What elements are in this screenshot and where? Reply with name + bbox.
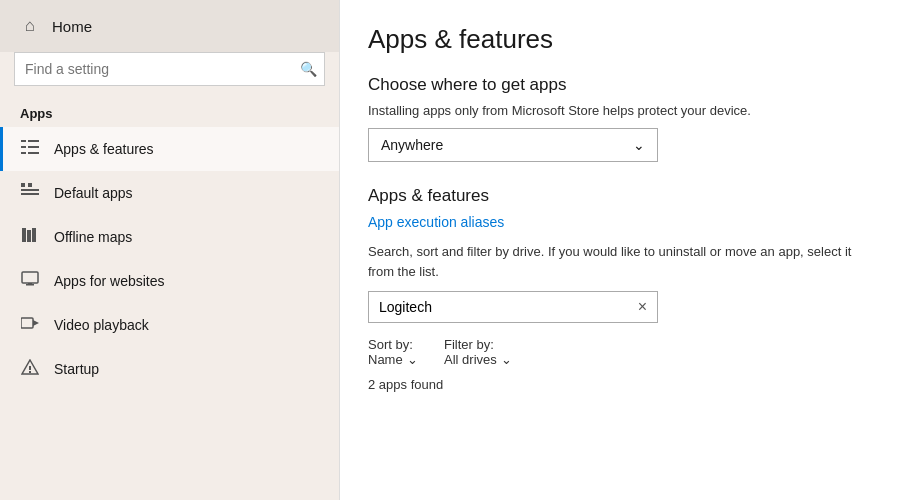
dropdown-value: Anywhere	[381, 137, 443, 153]
sidebar-search-container: 🔍	[14, 52, 325, 86]
svg-rect-7	[28, 183, 32, 187]
default-apps-label: Default apps	[54, 185, 133, 201]
offline-maps-label: Offline maps	[54, 229, 132, 245]
svg-rect-2	[21, 146, 26, 148]
sidebar: ⌂ Home 🔍 Apps Apps & features	[0, 0, 340, 500]
svg-rect-1	[28, 140, 39, 142]
svg-rect-5	[28, 152, 39, 154]
svg-rect-13	[22, 272, 38, 283]
app-search-box: ×	[368, 291, 658, 323]
app-search-input[interactable]	[369, 292, 628, 322]
sidebar-home[interactable]: ⌂ Home	[0, 0, 339, 52]
sidebar-item-apps-features[interactable]: Apps & features	[0, 127, 339, 171]
apps-websites-label: Apps for websites	[54, 273, 165, 289]
default-apps-icon	[20, 183, 40, 203]
filter-drives-dropdown[interactable]: All drives ⌄	[444, 352, 512, 367]
svg-rect-11	[27, 230, 31, 242]
sidebar-item-startup[interactable]: Startup	[0, 347, 339, 391]
main-content: Apps & features Choose where to get apps…	[340, 0, 900, 500]
sidebar-item-apps-websites[interactable]: Apps for websites	[0, 259, 339, 303]
video-playback-icon	[20, 315, 40, 335]
page-title: Apps & features	[368, 24, 872, 55]
apps-features-label: Apps & features	[54, 141, 154, 157]
sort-name-dropdown[interactable]: Name ⌄	[368, 352, 420, 367]
search-icon-button[interactable]: 🔍	[300, 61, 317, 77]
svg-rect-10	[22, 228, 26, 242]
svg-rect-6	[21, 183, 25, 187]
search-filter-description: Search, sort and filter by drive. If you…	[368, 242, 872, 281]
filter-chevron-icon: ⌄	[501, 352, 512, 367]
video-playback-label: Video playback	[54, 317, 149, 333]
svg-rect-0	[21, 140, 26, 142]
sort-label: Sort by: Name ⌄	[368, 337, 420, 367]
svg-rect-16	[21, 318, 33, 328]
svg-rect-12	[32, 228, 36, 242]
svg-marker-17	[33, 320, 39, 326]
anywhere-dropdown[interactable]: Anywhere ⌄	[368, 128, 658, 162]
svg-rect-8	[21, 189, 39, 191]
apps-features-icon	[20, 139, 40, 159]
sort-chevron-icon: ⌄	[407, 352, 418, 367]
app-search-clear-button[interactable]: ×	[628, 298, 657, 316]
chevron-down-icon: ⌄	[633, 137, 645, 153]
choose-title: Choose where to get apps	[368, 75, 872, 95]
home-icon: ⌂	[20, 16, 40, 36]
svg-rect-3	[28, 146, 39, 148]
sidebar-item-offline-maps[interactable]: Offline maps	[0, 215, 339, 259]
svg-rect-4	[21, 152, 26, 154]
startup-icon	[20, 359, 40, 379]
offline-maps-icon	[20, 227, 40, 247]
sidebar-home-label: Home	[52, 18, 92, 35]
svg-rect-20	[29, 371, 31, 373]
choose-description: Installing apps only from Microsoft Stor…	[368, 103, 872, 118]
sidebar-section-title: Apps	[0, 98, 339, 127]
sidebar-item-default-apps[interactable]: Default apps	[0, 171, 339, 215]
apps-found-count: 2 apps found	[368, 377, 872, 392]
sort-filter-row: Sort by: Name ⌄ Filter by: All drives ⌄	[368, 337, 872, 367]
svg-rect-15	[28, 283, 32, 285]
startup-label: Startup	[54, 361, 99, 377]
search-input[interactable]	[14, 52, 325, 86]
svg-rect-9	[21, 193, 39, 195]
apps-websites-icon	[20, 271, 40, 291]
app-execution-aliases-link[interactable]: App execution aliases	[368, 214, 504, 230]
sidebar-item-video-playback[interactable]: Video playback	[0, 303, 339, 347]
filter-label: Filter by: All drives ⌄	[444, 337, 512, 367]
apps-features-section-title: Apps & features	[368, 186, 872, 206]
svg-rect-19	[29, 366, 31, 370]
